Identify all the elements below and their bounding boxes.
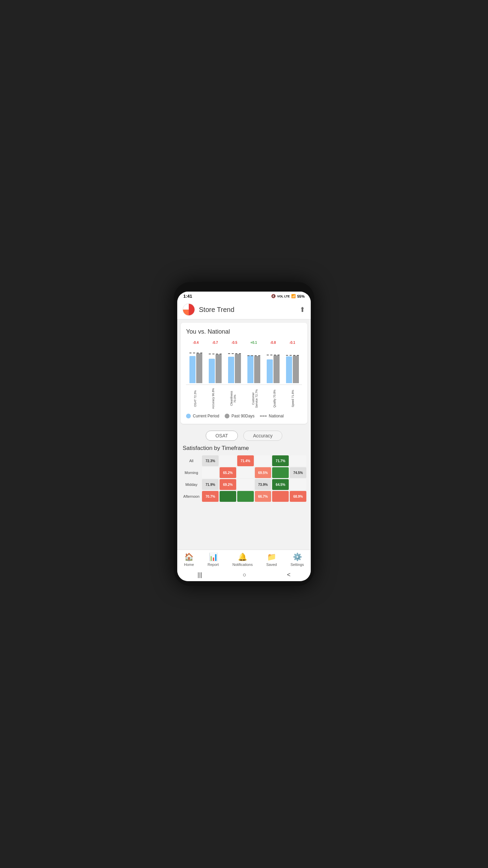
bar-group-5: -0.1: [286, 341, 299, 383]
tab-osat[interactable]: OSAT: [206, 431, 238, 441]
status-time: 1:41: [183, 294, 192, 299]
chart-legend: Current Period Past 90Days National: [186, 414, 302, 418]
bar-past-5: [293, 356, 299, 383]
national-line-0: [189, 353, 202, 353]
home-icon: 🏠: [184, 553, 194, 561]
scroll-content[interactable]: You vs. National -0.4-0.7-0.5+0.1-0.8-0.…: [177, 319, 311, 550]
heatmap-row-0: All72.3%71.4%71.7%: [182, 455, 306, 466]
legend-national: National: [260, 414, 284, 418]
settings-icon: ⚙️: [293, 553, 302, 561]
heatmap-cell-3-5: 68.9%: [290, 491, 306, 502]
tab-accuracy[interactable]: Accuracy: [243, 431, 283, 441]
national-line-5: [286, 355, 299, 356]
bar-current-1: [209, 359, 215, 383]
heatmap-cell-1-2: [237, 467, 254, 478]
bar-labels: OSAT 72.3%Accuracy 96.8%Cleanliness 70.0…: [186, 388, 302, 410]
nav-home[interactable]: 🏠 Home: [184, 553, 194, 567]
heatmap-cell-2-4: 64.5%: [272, 479, 289, 490]
volume-icon: 🔇: [271, 294, 276, 298]
bar-diff-3: +0.1: [250, 341, 257, 344]
satisfaction-title: Satisfaction by Timeframe: [177, 443, 311, 454]
national-line-4: [267, 355, 280, 355]
bar-xlabel-2: Cleanliness 70.0%: [230, 388, 237, 410]
nav-home-label: Home: [184, 563, 194, 567]
bar-group-3: +0.1: [247, 341, 260, 383]
heatmap-table: All72.3%71.4%71.7%Morning65.2%69.5%74.5%…: [181, 454, 307, 503]
bar-past-4: [273, 355, 280, 383]
heatmap-row-label-2: Midday: [182, 479, 201, 490]
heatmap-cell-3-0: 70.7%: [202, 491, 219, 502]
bar-xlabel-1: Accuracy 96.8%: [211, 388, 215, 410]
nav-report[interactable]: 📊 Report: [208, 553, 219, 567]
heatmap-cell-2-1: 69.2%: [220, 479, 236, 490]
nav-settings[interactable]: ⚙️ Settings: [290, 553, 304, 567]
share-button[interactable]: ⬆: [300, 305, 305, 314]
bar-diff-2: -0.5: [231, 341, 237, 344]
app-bar: Store Trend ⬆: [177, 300, 311, 319]
bar-past-0: [196, 353, 202, 383]
status-bar: 1:41 🔇 VOL LTE 📶 55%: [177, 292, 311, 300]
legend-past: Past 90Days: [225, 414, 255, 418]
bars-pair-3: [247, 346, 260, 383]
nav-notifications-label: Notifications: [232, 563, 253, 567]
bar-past-1: [216, 354, 222, 383]
heatmap-cell-3-1: [220, 491, 236, 502]
heatmap-cell-3-3: 66.7%: [255, 491, 271, 502]
national-line-1: [209, 354, 222, 354]
vs-national-title: You vs. National: [186, 328, 302, 335]
page-title: Store Trend: [199, 306, 300, 314]
heatmap-cell-0-2: 71.4%: [237, 455, 254, 466]
bottom-nav: 🏠 Home 📊 Report 🔔 Notifications 📁 Saved …: [177, 550, 311, 569]
national-dash: [260, 416, 267, 416]
bar-chart: -0.4-0.7-0.5+0.1-0.8-0.1: [186, 341, 302, 385]
wifi-icon: 📶: [291, 294, 296, 298]
heatmap-cell-1-4: [272, 467, 289, 478]
bar-past-2: [235, 354, 241, 383]
bars-pair-2: [228, 346, 241, 383]
heatmap-row-1: Morning65.2%69.5%74.5%: [182, 467, 306, 478]
bar-group-0: -0.4: [189, 341, 202, 383]
heatmap-row-label-0: All: [182, 455, 201, 466]
bars-pair-1: [209, 346, 222, 383]
phone-shell: 1:41 🔇 VOL LTE 📶 55% Store Trend ⬆ You v…: [174, 282, 314, 586]
battery-icon: 55%: [297, 294, 305, 298]
bar-xlabel-5: Speed 71.8%: [291, 388, 294, 410]
bars-pair-0: [189, 346, 202, 383]
nav-report-label: Report: [208, 563, 219, 567]
heatmap-row-label-3: Afternoon: [182, 491, 201, 502]
bar-current-5: [286, 356, 292, 383]
nav-settings-label: Settings: [290, 563, 304, 567]
android-home-btn[interactable]: ○: [243, 571, 246, 578]
heatmap-row-2: Midday71.9%69.2%73.9%64.5%: [182, 479, 306, 490]
android-back-btn[interactable]: <: [287, 571, 291, 578]
bar-current-0: [189, 356, 196, 383]
vs-national-card: You vs. National -0.4-0.7-0.5+0.1-0.8-0.…: [181, 323, 307, 424]
nav-saved[interactable]: 📁 Saved: [266, 553, 277, 567]
nav-notifications[interactable]: 🔔 Notifications: [232, 553, 253, 567]
nav-saved-label: Saved: [266, 563, 277, 567]
heatmap-cell-2-3: 73.9%: [255, 479, 271, 490]
report-icon: 📊: [209, 553, 218, 561]
bars-pair-4: [267, 346, 280, 383]
legend-current-label: Current Period: [193, 414, 219, 418]
bar-xlabel-4: Quality 70.8%: [273, 388, 276, 410]
heatmap-cell-2-5: [290, 479, 306, 490]
heatmap-cell-1-1: 65.2%: [220, 467, 236, 478]
current-dot: [186, 414, 191, 418]
legend-past-label: Past 90Days: [231, 414, 255, 418]
heatmap-container: All72.3%71.4%71.7%Morning65.2%69.5%74.5%…: [177, 454, 311, 506]
heatmap-cell-1-3: 69.5%: [255, 467, 271, 478]
heatmap-cell-3-4: [272, 491, 289, 502]
heatmap-cell-1-0: [202, 467, 219, 478]
heatmap-cell-0-5: [290, 455, 306, 466]
legend-national-label: National: [269, 414, 284, 418]
saved-icon: 📁: [267, 553, 276, 561]
bar-xlabel-0: OSAT 72.3%: [194, 388, 197, 410]
bar-past-3: [254, 356, 260, 383]
national-line-3: [247, 355, 260, 356]
heatmap-cell-0-3: [255, 455, 271, 466]
android-nav: ||| ○ <: [177, 569, 311, 581]
heatmap-row-3: Afternoon70.7%66.7%68.9%: [182, 491, 306, 502]
android-menu-btn[interactable]: |||: [198, 571, 202, 578]
past-dot: [225, 414, 229, 418]
